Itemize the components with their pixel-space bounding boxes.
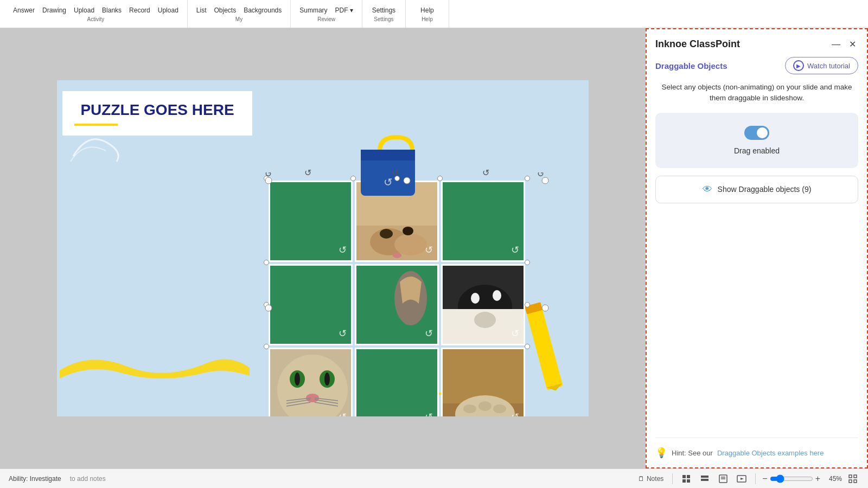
svg-point-47 [478,401,492,411]
status-right: 🗒 Notes − + 45% [636,473,859,485]
bag-icon: ↺ [355,134,420,205]
svg-point-29 [474,312,496,328]
svg-point-19 [403,227,413,235]
ribbon-item-pdf[interactable]: PDF ▾ [333,5,355,15]
cell-1-3[interactable]: ↺ [441,181,525,262]
cell-3-2[interactable]: ↺ [355,348,439,416]
watch-tutorial-button[interactable]: ▶ Watch tutorial [785,57,858,74]
panel-minimize-button[interactable]: — [829,38,843,50]
notes-button[interactable]: 🗒 Notes [636,474,666,484]
svg-point-26 [471,293,480,304]
ribbon-item-drawing[interactable]: Drawing [40,5,68,15]
svg-rect-44 [443,349,525,403]
decorative-swirl [68,124,133,167]
svg-rect-63 [849,475,852,478]
toggle-label: Drag enabled [734,146,780,155]
svg-rect-55 [687,479,690,483]
show-draggable-button[interactable]: 👁 Show Draggable objects (9) [655,176,858,203]
draggable-objects-label: Draggable Objects [655,61,727,70]
view-slideshow-button[interactable] [735,473,749,485]
ribbon-group-review: Summary PDF ▾ Review [291,0,362,28]
ribbon-item-upload2[interactable]: Upload [156,5,181,15]
cell-2-1[interactable]: ↺ [269,264,353,345]
svg-point-46 [463,404,476,413]
ribbon-item-summary[interactable]: Summary [297,5,329,15]
play-circle-icon: ▶ [793,60,804,71]
zoom-out-button[interactable]: − [762,474,767,484]
view-slide-sorter-button[interactable] [698,473,712,485]
zoom-slider[interactable] [770,474,813,483]
ribbon-item-settings[interactable]: Settings [370,5,398,15]
panel-section-header: Draggable Objects ▶ Watch tutorial [655,57,858,74]
svg-point-20 [393,253,401,258]
toggle-slider [744,126,769,140]
svg-rect-1 [361,150,415,160]
side-panel: › Inknoe ClassPoint — ✕ Draggable Object… [646,28,868,468]
ribbon: Answer Drawing Upload Blanks Record Uplo… [0,0,868,28]
toggle-card: Drag enabled [655,113,858,168]
ribbon-item-record[interactable]: Record [127,5,152,15]
panel-description: Select any objects (non-animating) on yo… [655,82,858,104]
ribbon-group-help: Help Help [406,0,449,28]
notes-label: Notes [647,475,663,483]
cell-2-2[interactable]: ↺ [355,264,439,345]
activity-label: Ability: Investigate [9,475,61,483]
cell-1-1[interactable]: ↺ [269,181,353,262]
ribbon-item-upload1[interactable]: Upload [72,5,97,15]
svg-marker-62 [741,478,744,480]
ribbon-label-my: My [235,16,242,22]
yellow-brush-stroke [57,341,252,384]
svg-rect-57 [701,479,709,481]
svg-rect-52 [682,475,686,478]
zoom-percent: 45% [822,475,842,483]
show-draggable-label: Show Draggable objects (9) [718,185,812,194]
svg-rect-53 [687,475,690,478]
drag-toggle[interactable] [744,126,769,140]
puzzle-title: PUZZLE GOES HERE [74,101,240,119]
puzzle-grid-container[interactable]: ↺ ↺ ↺ ↺ [269,181,525,416]
ribbon-group-settings: Settings Settings [362,0,406,28]
ribbon-item-list[interactable]: List [194,5,209,15]
cell-3-3[interactable]: ↺ [441,348,525,416]
ribbon-label-activity: Activity [87,16,105,22]
fit-slide-button[interactable] [846,473,859,484]
ribbon-item-objects[interactable]: Objects [212,5,239,15]
bulb-icon: 💡 [655,447,667,459]
slide-canvas[interactable]: PUZZLE GOES HERE ↺ [57,80,589,416]
ribbon-item-answer[interactable]: Answer [11,5,37,15]
svg-point-17 [394,234,427,255]
ribbon-group-my: List Objects Backgrounds My [188,0,291,28]
panel-title: Inknoe ClassPoint [655,38,740,50]
ribbon-item-help[interactable]: Help [418,5,436,15]
hint-link[interactable]: Draggable Objects examples here [717,449,824,457]
zoom-in-button[interactable]: + [815,474,820,484]
view-normal-button[interactable] [679,473,693,485]
panel-header-actions: — ✕ [829,38,858,50]
ribbon-group-activity: Answer Drawing Upload Blanks Record Uplo… [4,0,188,28]
panel-collapse-arrow[interactable]: › [646,29,647,467]
slide-area[interactable]: PUZZLE GOES HERE ↺ [0,28,646,468]
cell-2-3[interactable]: ↺ [441,264,525,345]
ribbon-item-backgrounds[interactable]: Backgrounds [241,5,284,15]
svg-rect-66 [854,480,857,483]
status-left: Ability: Investigate to add notes [9,475,106,483]
yellow-pencil [518,297,572,406]
notes-icon: 🗒 [638,475,644,483]
svg-text:↺: ↺ [537,172,544,178]
view-reading-button[interactable] [716,473,730,485]
svg-rect-54 [682,479,686,483]
ribbon-item-blanks[interactable]: Blanks [100,5,124,15]
svg-text:↺: ↺ [384,176,393,188]
panel-close-button[interactable]: ✕ [847,38,858,50]
zoom-controls: − + 45% [762,474,842,484]
svg-rect-64 [854,475,857,478]
svg-point-5 [542,177,548,184]
svg-point-48 [493,404,506,413]
ribbon-label-review: Review [317,16,335,22]
svg-rect-56 [701,476,709,478]
notes-placeholder[interactable]: to add notes [70,475,106,483]
status-bar: Ability: Investigate to add notes 🗒 Note… [0,468,868,488]
svg-rect-49 [525,302,563,390]
svg-point-35 [324,373,330,386]
cell-3-1[interactable]: ↺ [269,348,353,416]
